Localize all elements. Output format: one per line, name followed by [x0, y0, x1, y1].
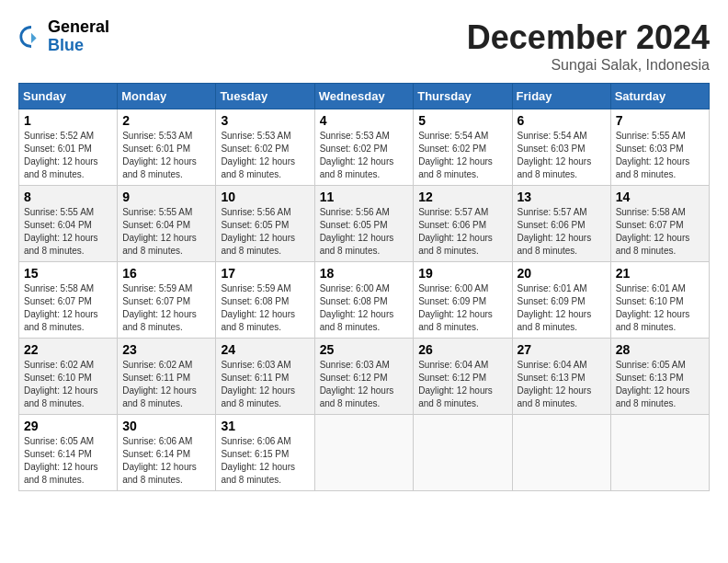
calendar-week-4: 22 Sunrise: 6:02 AMSunset: 6:10 PMDaylig… — [19, 339, 710, 415]
day-number: 1 — [24, 113, 112, 128]
day-number: 17 — [221, 266, 309, 281]
calendar-cell: 16 Sunrise: 5:59 AMSunset: 6:07 PMDaylig… — [118, 262, 216, 339]
calendar-cell: 26 Sunrise: 6:04 AMSunset: 6:12 PMDaylig… — [414, 339, 512, 415]
day-header-wednesday: Wednesday — [314, 84, 414, 109]
day-info: Sunrise: 5:52 AMSunset: 6:01 PMDaylight:… — [24, 131, 98, 179]
calendar-cell: 9 Sunrise: 5:55 AMSunset: 6:04 PMDayligh… — [118, 186, 216, 262]
day-number: 19 — [418, 266, 506, 281]
calendar-cell: 29 Sunrise: 6:05 AMSunset: 6:14 PMDaylig… — [19, 415, 118, 491]
day-info: Sunrise: 6:06 AMSunset: 6:14 PMDaylight:… — [122, 436, 197, 485]
day-info: Sunrise: 6:04 AMSunset: 6:12 PMDaylight:… — [418, 360, 493, 408]
day-info: Sunrise: 5:54 AMSunset: 6:03 PMDaylight:… — [518, 131, 592, 179]
calendar-cell: 31 Sunrise: 6:06 AMSunset: 6:15 PMDaylig… — [216, 415, 314, 491]
calendar-cell: 25 Sunrise: 6:03 AMSunset: 6:12 PMDaylig… — [314, 339, 414, 415]
day-info: Sunrise: 5:59 AMSunset: 6:08 PMDaylight:… — [221, 283, 295, 332]
day-number: 20 — [518, 266, 606, 281]
day-number: 24 — [221, 342, 309, 357]
day-info: Sunrise: 5:55 AMSunset: 6:04 PMDaylight:… — [24, 207, 98, 256]
day-number: 10 — [221, 190, 309, 204]
day-info: Sunrise: 5:53 AMSunset: 6:02 PMDaylight:… — [221, 131, 295, 179]
day-info: Sunrise: 5:53 AMSunset: 6:02 PMDaylight:… — [320, 131, 394, 179]
day-info: Sunrise: 6:02 AMSunset: 6:10 PMDaylight:… — [24, 360, 98, 408]
day-info: Sunrise: 5:58 AMSunset: 6:07 PMDaylight:… — [616, 207, 690, 256]
day-number: 14 — [616, 190, 704, 204]
day-number: 3 — [221, 113, 309, 128]
day-number: 23 — [122, 342, 210, 357]
day-number: 6 — [518, 113, 606, 128]
day-info: Sunrise: 5:53 AMSunset: 6:01 PMDaylight:… — [122, 131, 197, 179]
day-info: Sunrise: 6:01 AMSunset: 6:09 PMDaylight:… — [518, 283, 592, 332]
logo-blue: Blue — [48, 37, 109, 55]
calendar-cell: 14 Sunrise: 5:58 AMSunset: 6:07 PMDaylig… — [610, 186, 709, 262]
calendar-cell: 27 Sunrise: 6:04 AMSunset: 6:13 PMDaylig… — [512, 339, 610, 415]
day-info: Sunrise: 5:57 AMSunset: 6:06 PMDaylight:… — [418, 207, 493, 256]
day-info: Sunrise: 6:06 AMSunset: 6:15 PMDaylight:… — [221, 436, 295, 485]
calendar-cell: 8 Sunrise: 5:55 AMSunset: 6:04 PMDayligh… — [19, 186, 118, 262]
calendar-cell — [512, 415, 610, 491]
day-number: 4 — [320, 113, 409, 128]
day-info: Sunrise: 5:55 AMSunset: 6:04 PMDaylight:… — [122, 207, 197, 256]
day-info: Sunrise: 6:04 AMSunset: 6:13 PMDaylight:… — [518, 360, 592, 408]
page-header: General Blue December 2024 Sungai Salak,… — [18, 18, 710, 74]
day-number: 26 — [418, 342, 506, 357]
day-info: Sunrise: 5:59 AMSunset: 6:07 PMDaylight:… — [122, 283, 197, 332]
calendar-cell: 21 Sunrise: 6:01 AMSunset: 6:10 PMDaylig… — [610, 262, 709, 339]
calendar-cell — [414, 415, 512, 491]
day-number: 29 — [24, 419, 112, 433]
day-number: 9 — [122, 190, 210, 204]
month-title: December 2024 — [467, 18, 710, 57]
calendar-cell: 22 Sunrise: 6:02 AMSunset: 6:10 PMDaylig… — [19, 339, 118, 415]
day-header-saturday: Saturday — [610, 84, 709, 109]
day-number: 11 — [320, 190, 409, 204]
day-header-tuesday: Tuesday — [216, 84, 314, 109]
calendar-cell: 3 Sunrise: 5:53 AMSunset: 6:02 PMDayligh… — [216, 109, 314, 186]
calendar-cell: 7 Sunrise: 5:55 AMSunset: 6:03 PMDayligh… — [610, 109, 709, 186]
day-number: 16 — [122, 266, 210, 281]
calendar-cell: 11 Sunrise: 5:56 AMSunset: 6:05 PMDaylig… — [314, 186, 414, 262]
day-number: 8 — [24, 190, 112, 204]
logo-general: General — [48, 18, 109, 37]
day-header-thursday: Thursday — [414, 84, 512, 109]
day-number: 18 — [320, 266, 409, 281]
calendar-cell — [314, 415, 414, 491]
day-info: Sunrise: 6:03 AMSunset: 6:12 PMDaylight:… — [320, 360, 394, 408]
calendar-week-1: 1 Sunrise: 5:52 AMSunset: 6:01 PMDayligh… — [19, 109, 710, 186]
calendar-cell: 20 Sunrise: 6:01 AMSunset: 6:09 PMDaylig… — [512, 262, 610, 339]
calendar-cell: 6 Sunrise: 5:54 AMSunset: 6:03 PMDayligh… — [512, 109, 610, 186]
day-number: 21 — [616, 266, 704, 281]
calendar-cell: 10 Sunrise: 5:56 AMSunset: 6:05 PMDaylig… — [216, 186, 314, 262]
calendar-cell: 19 Sunrise: 6:00 AMSunset: 6:09 PMDaylig… — [414, 262, 512, 339]
calendar-week-3: 15 Sunrise: 5:58 AMSunset: 6:07 PMDaylig… — [19, 262, 710, 339]
day-info: Sunrise: 6:03 AMSunset: 6:11 PMDaylight:… — [221, 360, 295, 408]
day-number: 15 — [24, 266, 112, 281]
day-number: 30 — [122, 419, 210, 433]
day-info: Sunrise: 5:55 AMSunset: 6:03 PMDaylight:… — [616, 131, 690, 179]
calendar-cell: 13 Sunrise: 5:57 AMSunset: 6:06 PMDaylig… — [512, 186, 610, 262]
calendar-cell: 30 Sunrise: 6:06 AMSunset: 6:14 PMDaylig… — [118, 415, 216, 491]
logo: General Blue — [18, 18, 109, 55]
day-header-monday: Monday — [118, 84, 216, 109]
calendar-cell: 12 Sunrise: 5:57 AMSunset: 6:06 PMDaylig… — [414, 186, 512, 262]
calendar-week-5: 29 Sunrise: 6:05 AMSunset: 6:14 PMDaylig… — [19, 415, 710, 491]
day-number: 5 — [418, 113, 506, 128]
day-header-friday: Friday — [512, 84, 610, 109]
day-info: Sunrise: 6:02 AMSunset: 6:11 PMDaylight:… — [122, 360, 197, 408]
calendar-cell: 23 Sunrise: 6:02 AMSunset: 6:11 PMDaylig… — [118, 339, 216, 415]
calendar-cell: 1 Sunrise: 5:52 AMSunset: 6:01 PMDayligh… — [19, 109, 118, 186]
day-number: 2 — [122, 113, 210, 128]
calendar-cell: 18 Sunrise: 6:00 AMSunset: 6:08 PMDaylig… — [314, 262, 414, 339]
logo-text: General Blue — [48, 18, 109, 55]
title-block: December 2024 Sungai Salak, Indonesia — [467, 18, 710, 74]
calendar-cell — [610, 415, 709, 491]
day-info: Sunrise: 5:56 AMSunset: 6:05 PMDaylight:… — [221, 207, 295, 256]
calendar-table: SundayMondayTuesdayWednesdayThursdayFrid… — [18, 83, 710, 491]
calendar-cell: 5 Sunrise: 5:54 AMSunset: 6:02 PMDayligh… — [414, 109, 512, 186]
day-info: Sunrise: 6:05 AMSunset: 6:14 PMDaylight:… — [24, 436, 98, 485]
day-info: Sunrise: 6:00 AMSunset: 6:09 PMDaylight:… — [418, 283, 493, 332]
day-header-sunday: Sunday — [19, 84, 118, 109]
day-info: Sunrise: 6:01 AMSunset: 6:10 PMDaylight:… — [616, 283, 690, 332]
calendar-week-2: 8 Sunrise: 5:55 AMSunset: 6:04 PMDayligh… — [19, 186, 710, 262]
calendar-cell: 2 Sunrise: 5:53 AMSunset: 6:01 PMDayligh… — [118, 109, 216, 186]
day-number: 22 — [24, 342, 112, 357]
logo-icon — [18, 24, 44, 50]
